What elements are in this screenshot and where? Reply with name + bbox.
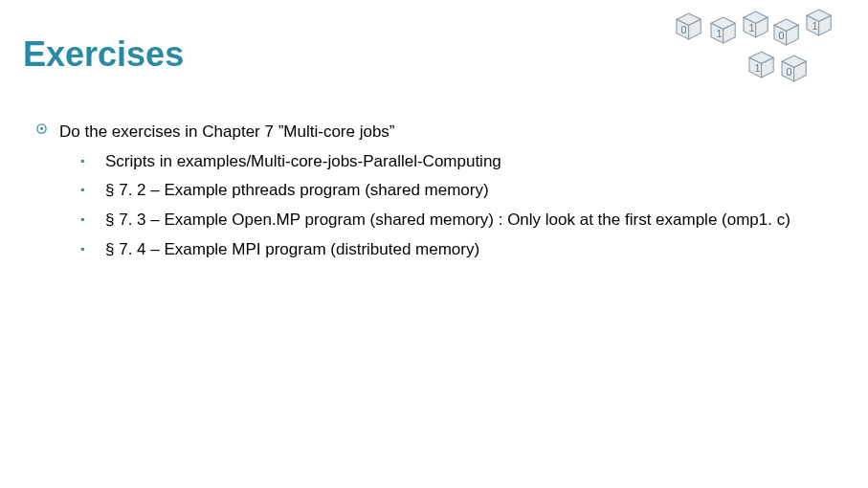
square-bullet-icon: ▪ [80, 150, 105, 172]
list-item: ▪ § 7. 3 – Example Open.MP program (shar… [80, 209, 845, 233]
square-bullet-icon: ▪ [80, 209, 105, 231]
svg-text:1: 1 [812, 20, 817, 32]
content-body: Do the exercises in Chapter 7 ”Multi-cor… [23, 121, 845, 261]
list-item: Do the exercises in Chapter 7 ”Multi-cor… [36, 121, 845, 144]
list-item: ▪ Scripts in examples/Multi-core-jobs-Pa… [80, 150, 845, 174]
sub-list: ▪ Scripts in examples/Multi-core-jobs-Pa… [36, 150, 845, 262]
list-item-text: § 7. 3 – Example Open.MP program (shared… [105, 209, 790, 233]
svg-text:0: 0 [681, 24, 687, 35]
square-bullet-icon: ▪ [80, 179, 105, 201]
svg-text:0: 0 [787, 66, 792, 78]
circle-dot-icon [36, 121, 59, 134]
list-item-text: § 7. 4 – Example MPI program (distribute… [105, 238, 479, 262]
svg-text:0: 0 [779, 30, 785, 41]
list-item: ▪ § 7. 4 – Example MPI program (distribu… [80, 238, 845, 262]
list-item-text: § 7. 2 – Example pthreads program (share… [105, 179, 489, 203]
svg-text:1: 1 [754, 62, 760, 74]
list-item-text: Scripts in examples/Multi-core-jobs-Para… [105, 150, 501, 174]
svg-text:1: 1 [748, 22, 754, 33]
svg-point-29 [40, 127, 43, 130]
binary-cubes-decoration: 0 1 1 0 1 [667, 8, 849, 94]
svg-text:1: 1 [716, 28, 722, 39]
list-item: ▪ § 7. 2 – Example pthreads program (sha… [80, 179, 845, 203]
square-bullet-icon: ▪ [80, 238, 105, 260]
list-item-text: Do the exercises in Chapter 7 ”Multi-cor… [59, 121, 395, 144]
